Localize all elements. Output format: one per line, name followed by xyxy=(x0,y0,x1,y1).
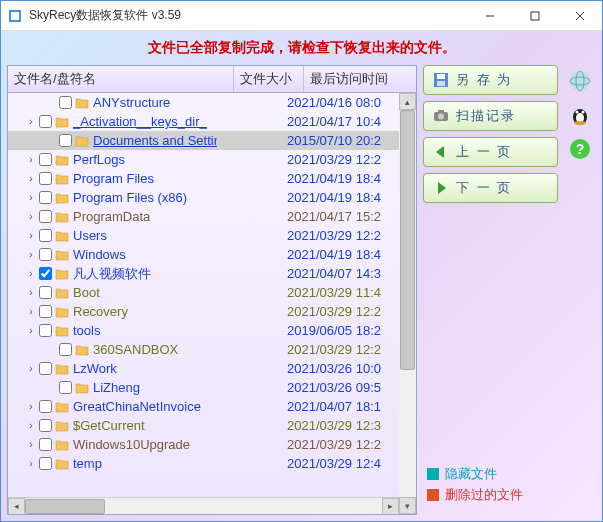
expand-toggle[interactable]: › xyxy=(26,192,36,203)
expand-toggle[interactable]: › xyxy=(26,268,36,279)
row-checkbox[interactable] xyxy=(39,400,52,413)
folder-icon xyxy=(55,211,69,223)
file-row[interactable]: 360SANDBOX2021/03/29 12:2 xyxy=(8,340,399,359)
file-row[interactable]: ›Program Files2021/04/19 18:4 xyxy=(8,169,399,188)
file-row[interactable]: ›$GetCurrent2021/03/29 12:3 xyxy=(8,416,399,435)
file-row[interactable]: ›凡人视频软件2021/04/07 14:3 xyxy=(8,264,399,283)
expand-toggle[interactable]: › xyxy=(26,306,36,317)
row-checkbox[interactable] xyxy=(39,286,52,299)
row-checkbox[interactable] xyxy=(39,324,52,337)
row-checkbox[interactable] xyxy=(59,381,72,394)
row-checkbox[interactable] xyxy=(59,343,72,356)
expand-toggle[interactable]: › xyxy=(26,154,36,165)
file-time: 2021/04/07 18:1 xyxy=(287,399,399,414)
file-row[interactable]: ›Program Files (x86)2021/04/19 18:4 xyxy=(8,188,399,207)
globe-icon[interactable] xyxy=(568,69,592,93)
expand-toggle[interactable]: › xyxy=(26,420,36,431)
expand-toggle[interactable]: › xyxy=(26,325,36,336)
scroll-left-button[interactable]: ◂ xyxy=(8,498,25,515)
save-as-button[interactable]: 另 存 为 xyxy=(423,65,558,95)
file-time: 2021/03/26 09:5 xyxy=(287,380,399,395)
file-row[interactable]: ›Windows2021/04/19 18:4 xyxy=(8,245,399,264)
row-checkbox[interactable] xyxy=(39,419,52,432)
file-row[interactable]: ANYstructure2021/04/16 08:0 xyxy=(8,93,399,112)
expand-toggle[interactable]: › xyxy=(26,230,36,241)
vertical-scrollbar[interactable]: ▴ ▾ xyxy=(399,93,416,514)
row-checkbox[interactable] xyxy=(59,96,72,109)
file-row[interactable]: ›ProgramData2021/04/17 15:2 xyxy=(8,207,399,226)
row-checkbox[interactable] xyxy=(39,210,52,223)
column-size[interactable]: 文件大小 xyxy=(234,66,304,92)
close-button[interactable] xyxy=(557,1,602,31)
svg-point-12 xyxy=(570,71,590,91)
scroll-down-button[interactable]: ▾ xyxy=(399,497,416,514)
file-list-panel: 文件名/盘符名 文件大小 最后访问时间 ANYstructure2021/04/… xyxy=(7,65,417,515)
expand-toggle[interactable]: › xyxy=(26,173,36,184)
file-row[interactable]: ›Windows10Upgrade2021/03/29 12:2 xyxy=(8,435,399,454)
file-time: 2021/03/29 11:4 xyxy=(287,285,399,300)
expand-toggle[interactable]: › xyxy=(26,116,36,127)
file-time: 2021/03/29 12:2 xyxy=(287,304,399,319)
file-row[interactable]: ›Recovery2021/03/29 12:2 xyxy=(8,302,399,321)
vscroll-track[interactable] xyxy=(399,110,416,497)
row-checkbox[interactable] xyxy=(39,438,52,451)
row-checkbox[interactable] xyxy=(39,457,52,470)
row-checkbox[interactable] xyxy=(39,248,52,261)
maximize-button[interactable] xyxy=(512,1,557,31)
file-name: ProgramData xyxy=(73,209,217,224)
prev-page-button[interactable]: 上 一 页 xyxy=(423,137,558,167)
save-as-label: 另 存 为 xyxy=(456,71,512,89)
file-row[interactable]: ›tools2019/06/05 18:2 xyxy=(8,321,399,340)
right-toolbar: ? xyxy=(564,65,596,515)
legend-swatch-hidden xyxy=(427,468,439,480)
svg-rect-1 xyxy=(11,12,19,20)
file-row[interactable]: ›Users2021/03/29 12:2 xyxy=(8,226,399,245)
next-page-button[interactable]: 下 一 页 xyxy=(423,173,558,203)
row-checkbox[interactable] xyxy=(39,172,52,185)
file-row[interactable]: LiZheng2021/03/26 09:5 xyxy=(8,378,399,397)
maximize-icon xyxy=(530,11,540,21)
row-checkbox[interactable] xyxy=(39,153,52,166)
help-icon[interactable]: ? xyxy=(568,137,592,161)
file-row[interactable]: ›LzWork2021/03/26 10:0 xyxy=(8,359,399,378)
row-checkbox[interactable] xyxy=(39,267,52,280)
file-name: tools xyxy=(73,323,217,338)
hscroll-track[interactable] xyxy=(25,498,382,515)
file-row[interactable]: Documents and Settings2015/07/10 20:2 xyxy=(8,131,399,150)
file-list-inner: ANYstructure2021/04/16 08:0›_Activation_… xyxy=(8,93,416,514)
expand-toggle[interactable]: › xyxy=(26,287,36,298)
file-name: LzWork xyxy=(73,361,217,376)
row-checkbox[interactable] xyxy=(39,229,52,242)
folder-icon xyxy=(55,116,69,128)
expand-toggle[interactable]: › xyxy=(26,458,36,469)
vscroll-thumb[interactable] xyxy=(400,110,415,370)
row-checkbox[interactable] xyxy=(39,362,52,375)
expand-toggle[interactable]: › xyxy=(26,401,36,412)
file-row[interactable]: ›PerfLogs2021/03/29 12:2 xyxy=(8,150,399,169)
expand-toggle[interactable]: › xyxy=(26,249,36,260)
expand-toggle[interactable]: › xyxy=(26,211,36,222)
column-time[interactable]: 最后访问时间 xyxy=(304,66,416,92)
scroll-right-button[interactable]: ▸ xyxy=(382,498,399,515)
file-list-scroll: ANYstructure2021/04/16 08:0›_Activation_… xyxy=(8,93,399,514)
body: 文件名/盘符名 文件大小 最后访问时间 ANYstructure2021/04/… xyxy=(7,65,596,515)
scroll-up-button[interactable]: ▴ xyxy=(399,93,416,110)
file-row[interactable]: ›temp2021/03/29 12:4 xyxy=(8,454,399,473)
row-checkbox[interactable] xyxy=(39,191,52,204)
minimize-button[interactable] xyxy=(467,1,512,31)
horizontal-scrollbar[interactable]: ◂ ▸ xyxy=(8,497,399,514)
folder-icon xyxy=(55,439,69,451)
expand-toggle[interactable]: › xyxy=(26,363,36,374)
file-row[interactable]: ›GreatChinaNetInvoice2021/04/07 18:1 xyxy=(8,397,399,416)
column-name[interactable]: 文件名/盘符名 xyxy=(8,66,234,92)
expand-toggle[interactable]: › xyxy=(26,439,36,450)
row-checkbox[interactable] xyxy=(39,115,52,128)
file-row[interactable]: ›Boot2021/03/29 11:4 xyxy=(8,283,399,302)
row-checkbox[interactable] xyxy=(39,305,52,318)
hscroll-thumb[interactable] xyxy=(25,499,105,514)
penguin-icon[interactable] xyxy=(568,103,592,127)
file-row[interactable]: ›_Activation__keys_dir_2021/04/17 10:4 xyxy=(8,112,399,131)
row-checkbox[interactable] xyxy=(59,134,72,147)
scan-log-button[interactable]: 扫描记录 xyxy=(423,101,558,131)
file-name: 凡人视频软件 xyxy=(73,265,217,283)
